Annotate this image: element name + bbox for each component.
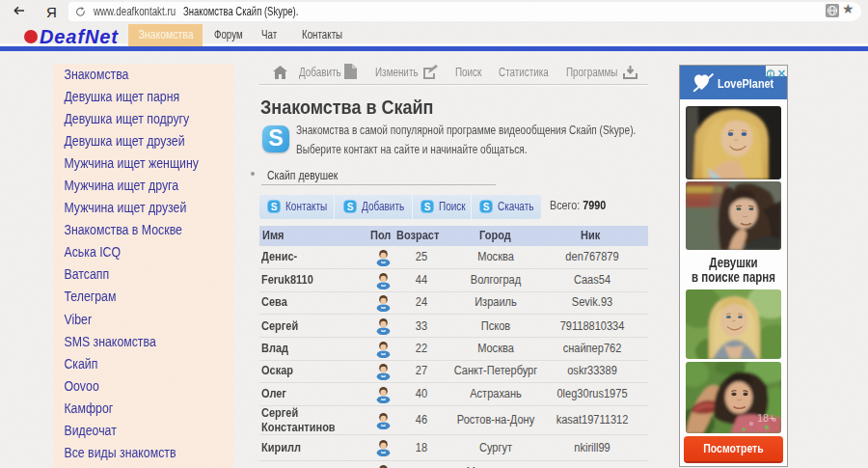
svg-text:S: S xyxy=(424,202,431,212)
svg-text:S: S xyxy=(483,202,490,212)
svg-text:S: S xyxy=(347,202,354,212)
svg-text:18+: 18+ xyxy=(757,412,775,424)
svg-text:S: S xyxy=(271,202,278,212)
